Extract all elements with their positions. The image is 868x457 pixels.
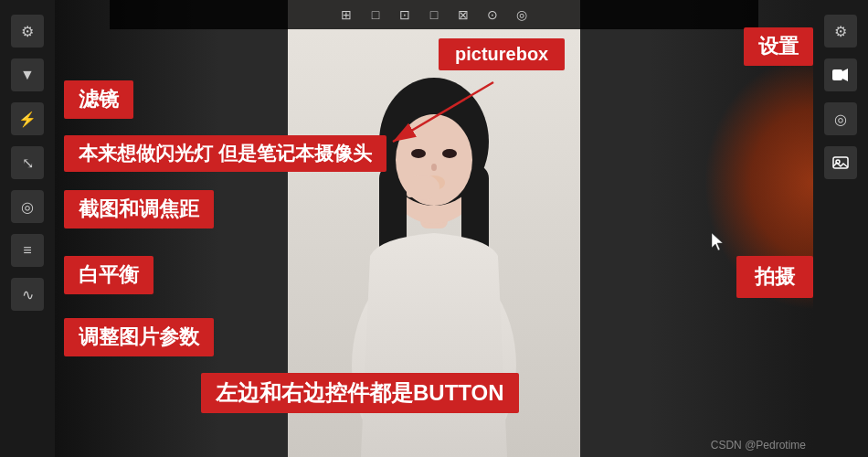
whitebalance-button[interactable]: ◎	[11, 190, 44, 223]
svg-rect-15	[425, 177, 432, 196]
settings-top-button[interactable]: ⚙	[11, 15, 44, 48]
settings-label: 设置	[744, 27, 813, 66]
flashlight-label: 本来想做闪光灯 但是笔记本摄像头	[64, 135, 386, 172]
watermark-site: CSDN	[711, 439, 742, 452]
crop-button[interactable]: ⤡	[11, 146, 44, 179]
toolbar-icon-4[interactable]: □	[421, 4, 447, 26]
top-toolbar: ⊞ □ ⊡ □ ⊠ ⊙ ◎	[110, 0, 758, 29]
capture-label: 拍摄	[736, 256, 813, 298]
capture-icon-button[interactable]: ◎	[824, 102, 857, 135]
video-button[interactable]	[824, 58, 857, 91]
svg-point-9	[442, 149, 457, 158]
button-note-label: 左边和右边控件都是BUTTON	[201, 373, 519, 413]
video-icon	[832, 67, 849, 83]
gallery-button[interactable]	[824, 146, 857, 179]
toolbar-icon-6[interactable]: ⊙	[480, 4, 505, 26]
svg-rect-13	[407, 181, 414, 197]
camera-left-bg	[55, 0, 219, 457]
toolbar-icon-7[interactable]: ◎	[509, 4, 535, 26]
svg-point-10	[431, 164, 437, 171]
svg-point-8	[411, 149, 426, 158]
filter-button[interactable]: ▼	[11, 58, 44, 91]
effects-button[interactable]: ∿	[11, 278, 44, 311]
svg-marker-17	[842, 69, 848, 81]
mouse-cursor	[712, 233, 726, 251]
svg-marker-22	[712, 233, 723, 250]
watermark: CSDN @Pedrotime	[711, 439, 806, 452]
camera-right-bg	[649, 0, 813, 457]
toolbar-icon-5[interactable]: ⊠	[450, 4, 476, 26]
adjust-button[interactable]: ≡	[11, 234, 44, 267]
watermark-author: @Pedrotime	[745, 439, 806, 452]
gallery-icon	[832, 154, 849, 171]
left-sidebar: ⚙ ▼ ⚡ ⤡ ◎ ≡ ∿	[0, 0, 55, 457]
settings-right-button[interactable]: ⚙	[824, 15, 857, 48]
toolbar-icon-3[interactable]: ⊡	[392, 4, 418, 26]
whitebalance-label: 白平衡	[64, 256, 153, 294]
filter-label: 滤镜	[64, 80, 133, 119]
picturebox-label: picturebox	[439, 38, 565, 70]
flash-button[interactable]: ⚡	[11, 102, 44, 135]
adjust-label: 调整图片参数	[64, 318, 214, 356]
toolbar-icon-2[interactable]: □	[363, 4, 388, 26]
svg-rect-16	[832, 69, 842, 80]
svg-rect-14	[416, 178, 423, 197]
toolbar-icon-1[interactable]: ⊞	[333, 4, 359, 26]
crop-label: 截图和调焦距	[64, 190, 214, 228]
right-sidebar: ⚙ ◎	[813, 0, 868, 457]
